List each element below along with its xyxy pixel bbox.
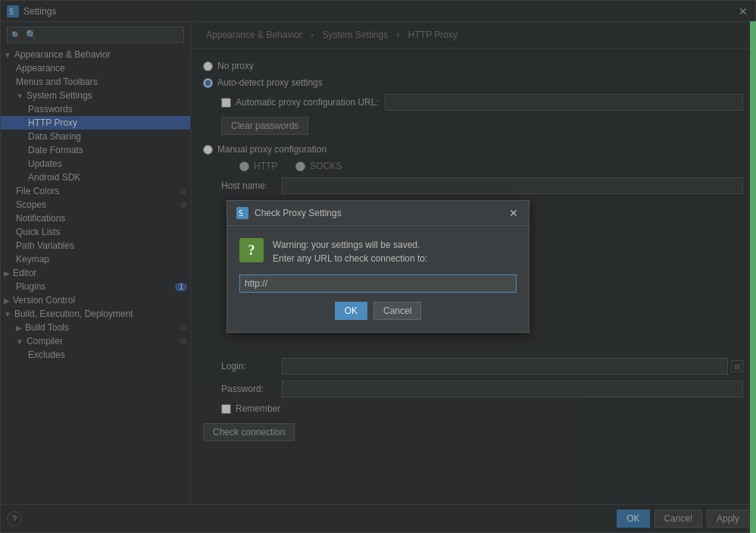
dialog-title-bar: S Check Proxy Settings ✕ bbox=[227, 201, 529, 226]
dialog-cancel-button[interactable]: Cancel bbox=[373, 302, 421, 320]
dialog-title: Check Proxy Settings bbox=[255, 208, 508, 218]
dialog-close-button[interactable]: ✕ bbox=[508, 207, 520, 219]
dialog-message: Warning: your settings will be saved.Ent… bbox=[273, 238, 427, 265]
dialog-icon: S bbox=[236, 207, 248, 219]
warning-icon: ? bbox=[239, 238, 264, 262]
dialog-body: ? Warning: your settings will be saved.E… bbox=[227, 226, 529, 332]
dialog-url-input[interactable]: http:// bbox=[239, 274, 517, 293]
check-proxy-dialog: S Check Proxy Settings ✕ ? Warning: your… bbox=[226, 200, 530, 333]
dialog-message-row: ? Warning: your settings will be saved.E… bbox=[239, 238, 517, 265]
svg-text:S: S bbox=[239, 209, 243, 218]
green-accent-bar bbox=[750, 21, 756, 533]
dialog-overlay[interactable]: S Check Proxy Settings ✕ ? Warning: your… bbox=[0, 0, 756, 533]
dialog-ok-button[interactable]: OK bbox=[335, 302, 367, 320]
dialog-buttons: OK Cancel bbox=[239, 302, 517, 320]
